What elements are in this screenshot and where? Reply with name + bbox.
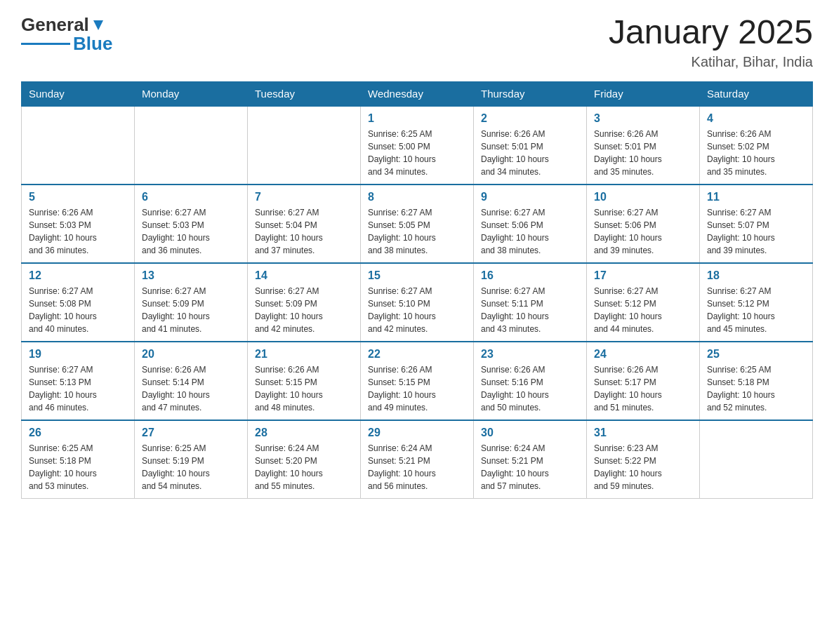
day-info: Sunrise: 6:27 AMSunset: 5:06 PMDaylight:…	[481, 206, 579, 257]
day-cell: 9Sunrise: 6:27 AMSunset: 5:06 PMDaylight…	[474, 185, 587, 263]
day-info: Sunrise: 6:27 AMSunset: 5:10 PMDaylight:…	[368, 285, 466, 335]
day-cell: 5Sunrise: 6:26 AMSunset: 5:03 PMDaylight…	[22, 185, 135, 263]
week-row-4: 19Sunrise: 6:27 AMSunset: 5:13 PMDayligh…	[22, 342, 813, 420]
page-header: General Blue January 2025 Katihar, Bihar…	[21, 14, 813, 70]
day-cell: 3Sunrise: 6:26 AMSunset: 5:01 PMDaylight…	[587, 106, 700, 185]
day-info: Sunrise: 6:26 AMSunset: 5:03 PMDaylight:…	[29, 206, 127, 257]
day-cell: 12Sunrise: 6:27 AMSunset: 5:08 PMDayligh…	[22, 263, 135, 342]
day-info: Sunrise: 6:27 AMSunset: 5:09 PMDaylight:…	[142, 285, 240, 335]
day-number: 29	[368, 427, 466, 439]
day-number: 21	[255, 348, 353, 361]
day-number: 28	[255, 427, 353, 439]
day-cell: 7Sunrise: 6:27 AMSunset: 5:04 PMDaylight…	[248, 185, 361, 263]
day-cell: 6Sunrise: 6:27 AMSunset: 5:03 PMDaylight…	[135, 185, 248, 263]
header-row: SundayMondayTuesdayWednesdayThursdayFrid…	[22, 81, 813, 106]
day-info: Sunrise: 6:23 AMSunset: 5:22 PMDaylight:…	[594, 442, 692, 492]
day-number: 2	[481, 112, 579, 125]
weekday-header-thursday: Thursday	[474, 81, 587, 106]
day-cell: 8Sunrise: 6:27 AMSunset: 5:05 PMDaylight…	[361, 185, 474, 263]
day-info: Sunrise: 6:24 AMSunset: 5:21 PMDaylight:…	[368, 442, 466, 492]
day-cell	[248, 106, 361, 185]
day-number: 18	[707, 269, 805, 282]
day-info: Sunrise: 6:27 AMSunset: 5:06 PMDaylight:…	[594, 206, 692, 257]
day-number: 24	[594, 348, 692, 361]
day-cell: 15Sunrise: 6:27 AMSunset: 5:10 PMDayligh…	[361, 263, 474, 342]
day-cell: 27Sunrise: 6:25 AMSunset: 5:19 PMDayligh…	[135, 420, 248, 499]
day-cell: 23Sunrise: 6:26 AMSunset: 5:16 PMDayligh…	[474, 342, 587, 420]
logo-underline	[21, 43, 70, 45]
day-info: Sunrise: 6:26 AMSunset: 5:16 PMDaylight:…	[481, 363, 579, 414]
day-cell: 18Sunrise: 6:27 AMSunset: 5:12 PMDayligh…	[700, 263, 813, 342]
day-number: 3	[594, 112, 692, 125]
day-info: Sunrise: 6:27 AMSunset: 5:08 PMDaylight:…	[29, 285, 127, 335]
day-cell: 31Sunrise: 6:23 AMSunset: 5:22 PMDayligh…	[587, 420, 700, 499]
day-number: 6	[142, 191, 240, 203]
day-info: Sunrise: 6:27 AMSunset: 5:12 PMDaylight:…	[594, 285, 692, 335]
logo-triangle-icon	[91, 18, 106, 33]
day-info: Sunrise: 6:24 AMSunset: 5:20 PMDaylight:…	[255, 442, 353, 492]
week-row-1: 1Sunrise: 6:25 AMSunset: 5:00 PMDaylight…	[22, 106, 813, 185]
day-cell: 13Sunrise: 6:27 AMSunset: 5:09 PMDayligh…	[135, 263, 248, 342]
day-cell: 17Sunrise: 6:27 AMSunset: 5:12 PMDayligh…	[587, 263, 700, 342]
day-cell	[700, 420, 813, 499]
day-number: 15	[368, 269, 466, 282]
day-info: Sunrise: 6:25 AMSunset: 5:18 PMDaylight:…	[29, 442, 127, 492]
week-row-2: 5Sunrise: 6:26 AMSunset: 5:03 PMDaylight…	[22, 185, 813, 263]
day-cell: 22Sunrise: 6:26 AMSunset: 5:15 PMDayligh…	[361, 342, 474, 420]
day-cell: 30Sunrise: 6:24 AMSunset: 5:21 PMDayligh…	[474, 420, 587, 499]
day-number: 31	[594, 427, 692, 439]
day-info: Sunrise: 6:27 AMSunset: 5:07 PMDaylight:…	[707, 206, 805, 257]
day-info: Sunrise: 6:27 AMSunset: 5:12 PMDaylight:…	[707, 285, 805, 335]
weekday-header-monday: Monday	[135, 81, 248, 106]
day-cell: 10Sunrise: 6:27 AMSunset: 5:06 PMDayligh…	[587, 185, 700, 263]
day-cell: 25Sunrise: 6:25 AMSunset: 5:18 PMDayligh…	[700, 342, 813, 420]
day-cell: 24Sunrise: 6:26 AMSunset: 5:17 PMDayligh…	[587, 342, 700, 420]
weekday-header-tuesday: Tuesday	[248, 81, 361, 106]
day-info: Sunrise: 6:26 AMSunset: 5:02 PMDaylight:…	[707, 128, 805, 178]
day-number: 25	[707, 348, 805, 361]
day-cell: 19Sunrise: 6:27 AMSunset: 5:13 PMDayligh…	[22, 342, 135, 420]
day-number: 16	[481, 269, 579, 282]
weekday-header-friday: Friday	[587, 81, 700, 106]
day-info: Sunrise: 6:27 AMSunset: 5:03 PMDaylight:…	[142, 206, 240, 257]
day-number: 30	[481, 427, 579, 439]
day-info: Sunrise: 6:26 AMSunset: 5:15 PMDaylight:…	[368, 363, 466, 414]
day-number: 11	[707, 191, 805, 203]
day-info: Sunrise: 6:27 AMSunset: 5:04 PMDaylight:…	[255, 206, 353, 257]
day-cell: 29Sunrise: 6:24 AMSunset: 5:21 PMDayligh…	[361, 420, 474, 499]
day-number: 27	[142, 427, 240, 439]
location-title: Katihar, Bihar, India	[609, 54, 813, 70]
day-info: Sunrise: 6:27 AMSunset: 5:13 PMDaylight:…	[29, 363, 127, 414]
day-number: 20	[142, 348, 240, 361]
day-info: Sunrise: 6:24 AMSunset: 5:21 PMDaylight:…	[481, 442, 579, 492]
day-info: Sunrise: 6:25 AMSunset: 5:19 PMDaylight:…	[142, 442, 240, 492]
day-info: Sunrise: 6:26 AMSunset: 5:01 PMDaylight:…	[481, 128, 579, 178]
day-number: 7	[255, 191, 353, 203]
day-cell	[22, 106, 135, 185]
day-number: 9	[481, 191, 579, 203]
logo: General Blue	[21, 14, 112, 55]
day-info: Sunrise: 6:26 AMSunset: 5:15 PMDaylight:…	[255, 363, 353, 414]
day-number: 4	[707, 112, 805, 125]
day-number: 1	[368, 112, 466, 125]
day-number: 10	[594, 191, 692, 203]
day-number: 5	[29, 191, 127, 203]
day-cell: 4Sunrise: 6:26 AMSunset: 5:02 PMDaylight…	[700, 106, 813, 185]
day-info: Sunrise: 6:25 AMSunset: 5:18 PMDaylight:…	[707, 363, 805, 414]
day-cell: 26Sunrise: 6:25 AMSunset: 5:18 PMDayligh…	[22, 420, 135, 499]
day-info: Sunrise: 6:27 AMSunset: 5:09 PMDaylight:…	[255, 285, 353, 335]
svg-marker-0	[93, 20, 103, 30]
day-number: 23	[481, 348, 579, 361]
day-info: Sunrise: 6:27 AMSunset: 5:05 PMDaylight:…	[368, 206, 466, 257]
day-cell: 14Sunrise: 6:27 AMSunset: 5:09 PMDayligh…	[248, 263, 361, 342]
day-info: Sunrise: 6:27 AMSunset: 5:11 PMDaylight:…	[481, 285, 579, 335]
week-row-3: 12Sunrise: 6:27 AMSunset: 5:08 PMDayligh…	[22, 263, 813, 342]
logo-blue-text: Blue	[73, 33, 112, 55]
weekday-header-saturday: Saturday	[700, 81, 813, 106]
day-info: Sunrise: 6:26 AMSunset: 5:14 PMDaylight:…	[142, 363, 240, 414]
week-row-5: 26Sunrise: 6:25 AMSunset: 5:18 PMDayligh…	[22, 420, 813, 499]
weekday-header-sunday: Sunday	[22, 81, 135, 106]
day-number: 8	[368, 191, 466, 203]
day-cell: 21Sunrise: 6:26 AMSunset: 5:15 PMDayligh…	[248, 342, 361, 420]
title-section: January 2025 Katihar, Bihar, India	[609, 14, 813, 70]
